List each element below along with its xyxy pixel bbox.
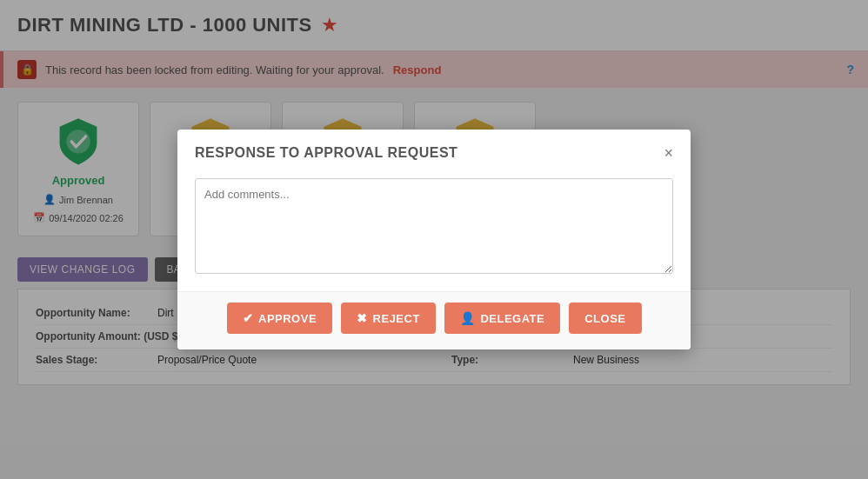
modal-dialog: RESPONSE TO APPROVAL REQUEST × ✔ APPROVE… — [177, 130, 691, 349]
modal-header: RESPONSE TO APPROVAL REQUEST × — [177, 130, 691, 171]
approve-button[interactable]: ✔ APPROVE — [227, 303, 333, 334]
modal-body — [177, 171, 691, 291]
modal-overlay: RESPONSE TO APPROVAL REQUEST × ✔ APPROVE… — [0, 0, 868, 479]
approve-icon: ✔ — [243, 311, 254, 325]
delegate-label: DELEGATE — [480, 312, 544, 325]
reject-label: REJECT — [373, 312, 420, 325]
page-background: DIRT MINING LTD - 1000 UNITS ★ 🔒 This re… — [0, 0, 868, 479]
reject-icon: ✖ — [357, 311, 368, 325]
modal-footer: ✔ APPROVE ✖ REJECT 👤 DELEGATE CLOSE — [177, 291, 691, 349]
delegate-icon: 👤 — [460, 311, 476, 325]
close-action-label: CLOSE — [584, 312, 625, 325]
modal-title: RESPONSE TO APPROVAL REQUEST — [195, 145, 457, 161]
modal-close-x-button[interactable]: × — [664, 145, 673, 161]
comments-textarea[interactable] — [195, 178, 673, 274]
close-action-button[interactable]: CLOSE — [569, 303, 641, 334]
reject-button[interactable]: ✖ REJECT — [341, 303, 436, 334]
delegate-button[interactable]: 👤 DELEGATE — [444, 303, 560, 334]
approve-label: APPROVE — [258, 312, 317, 325]
